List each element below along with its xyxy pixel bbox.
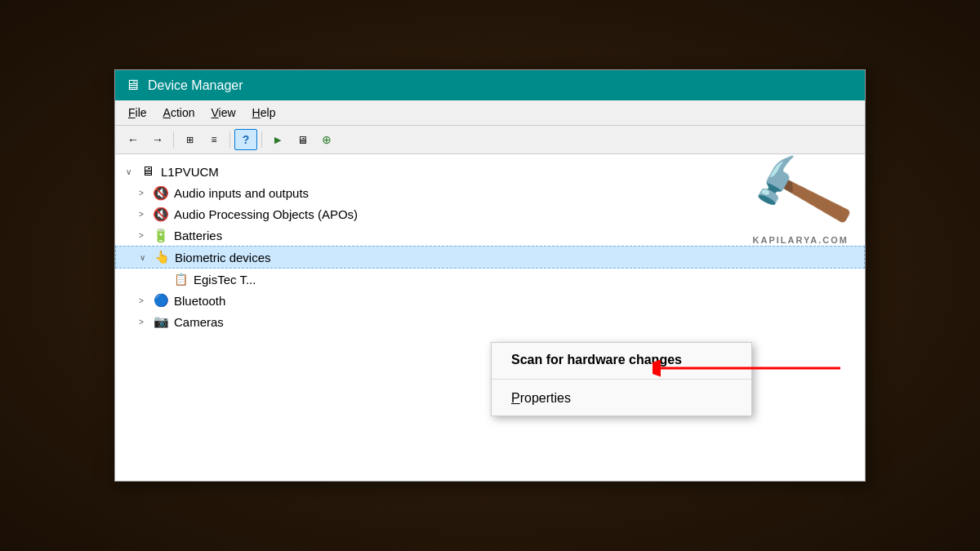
egistec-icon: 📋 (172, 271, 189, 287)
biometric-icon: 👆 (154, 249, 170, 265)
egistec-label: EgisTec T... (194, 273, 256, 287)
root-label: L1PVUCM (161, 165, 219, 179)
biometric-label: Biometric devices (175, 251, 271, 264)
add-button[interactable]: ⊕ (315, 129, 338, 150)
cameras-expand: > (135, 315, 148, 328)
biometric-expand: ∨ (136, 251, 149, 264)
bluetooth-item[interactable]: > 🔵 Bluetooth (115, 290, 865, 311)
batteries-icon: 🔋 (153, 227, 169, 243)
biometric-item[interactable]: ∨ 👆 Biometric devices (115, 246, 865, 269)
audio-processing-expand: > (135, 207, 148, 220)
egistec-expand (154, 273, 167, 286)
bluetooth-label: Bluetooth (174, 294, 225, 308)
menu-help[interactable]: Help (246, 104, 283, 122)
menu-bar: File Action View Help (115, 100, 865, 126)
bluetooth-icon: 🔵 (153, 292, 169, 309)
cameras-label: Cameras (174, 315, 224, 329)
context-properties[interactable]: Properties (492, 381, 751, 415)
menu-view[interactable]: View (205, 104, 243, 122)
toolbar-separator-1 (173, 131, 174, 148)
update-driver-button[interactable]: ≡ (203, 129, 225, 150)
audio-inputs-label: Audio inputs and outputs (174, 186, 309, 200)
hammer-image: 🔨 (745, 145, 856, 246)
title-icon: 🖥 (125, 77, 140, 94)
context-menu: Scan for hardware changes Properties (491, 342, 752, 416)
toolbar-separator-3 (261, 131, 262, 148)
help-button[interactable]: ? (234, 129, 257, 150)
egistec-item[interactable]: 📋 EgisTec T... (115, 269, 865, 290)
device-manager-window: 🖥 Device Manager File Action View Help ←… (114, 69, 866, 482)
audio-processing-label: Audio Processing Objects (APOs) (174, 207, 358, 221)
computer-icon: 🖥 (140, 163, 156, 180)
forward-button[interactable]: → (146, 129, 169, 150)
cameras-item[interactable]: > 📷 Cameras (115, 311, 865, 332)
window-title: Device Manager (148, 78, 243, 93)
content-area: 🔨 KAPILARYA.COM ∨ 🖥 L1PVUCM > 🔇 Audio in… (115, 154, 865, 481)
root-expand-icon: ∨ (122, 165, 135, 178)
audio-inputs-icon: 🔇 (153, 184, 169, 201)
scan-hardware-button[interactable]: 🖥 (291, 129, 314, 150)
batteries-label: Batteries (174, 229, 222, 242)
menu-action[interactable]: Action (157, 104, 202, 122)
menu-file[interactable]: File (122, 104, 154, 122)
audio-processing-icon: 🔇 (153, 206, 169, 222)
run-button[interactable]: ▶ (266, 129, 289, 150)
toolbar-separator-2 (229, 131, 230, 148)
toolbar: ← → ⊞ ≡ ? ▶ 🖥 ⊕ (115, 126, 865, 154)
title-bar: 🖥 Device Manager (115, 70, 865, 100)
properties-button[interactable]: ⊞ (178, 129, 201, 150)
audio-inputs-expand: > (135, 186, 148, 199)
bluetooth-expand: > (135, 294, 148, 307)
context-menu-divider (492, 379, 751, 380)
back-button[interactable]: ← (122, 129, 145, 150)
cameras-icon: 📷 (153, 313, 169, 330)
batteries-expand: > (135, 229, 148, 242)
watermark: 🔨 KAPILARYA.COM (753, 158, 849, 245)
context-scan-hardware[interactable]: Scan for hardware changes (492, 343, 751, 377)
